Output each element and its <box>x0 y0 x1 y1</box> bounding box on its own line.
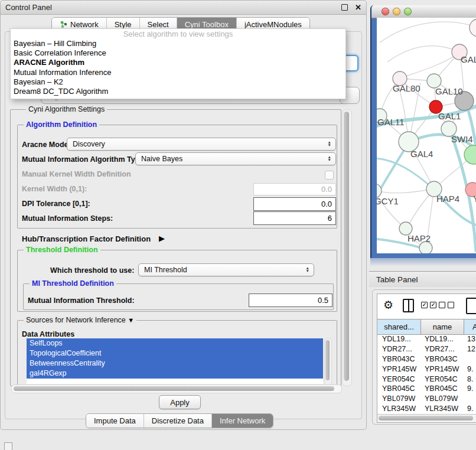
attribute-item[interactable]: SelfLoops <box>27 338 323 348</box>
algorithm-option[interactable]: Basic Correlation Inference <box>11 48 345 58</box>
aracne-mode-label: Aracne Mode: <box>22 141 71 149</box>
algorithm-definition-title: Algorithm Definition <box>24 120 99 129</box>
cyni-settings-title: Cyni Algorithm Settings <box>26 105 107 113</box>
hub-definition-label: Hub/Transcription Factor Definition <box>22 234 151 243</box>
minimize-window-icon[interactable] <box>393 8 400 15</box>
column-header-partial[interactable]: A <box>464 319 476 334</box>
mi-algorithm-type-select[interactable]: Naive Bayes ▲▼ <box>135 152 336 165</box>
label-gal1: GAL1 <box>438 111 461 121</box>
data-attributes-label: Data Attributes <box>22 330 74 338</box>
table-row[interactable]: YDR27...YDR27...12 <box>377 344 476 354</box>
network-view-window: GAL GAL80 GAL10 GAL1 GAL11 SWI4 GAL4 GCY… <box>370 5 476 258</box>
control-panel-title: Control Panel <box>5 3 52 12</box>
table-header-row: shared... name A <box>377 319 476 335</box>
collapse-down-icon[interactable]: ▼ <box>128 317 134 324</box>
network-graph: GAL GAL80 GAL10 GAL1 GAL11 SWI4 GAL4 GCY… <box>377 18 476 253</box>
algorithm-option-selected[interactable]: ARACNE Algorithm <box>11 58 345 67</box>
zoom-window-icon[interactable] <box>404 8 412 15</box>
unselect-all-columns-icon[interactable] <box>439 302 454 308</box>
algorithm-dropdown-list: Select algorithm to view settings Bayesi… <box>10 28 346 99</box>
mi-threshold-group-title: MI Threshold Definition <box>30 279 116 288</box>
tab-discretize-data[interactable]: Discretize Data <box>144 414 211 428</box>
algorithm-option[interactable]: Bayesian – K2 <box>11 77 345 87</box>
mi-steps-label: Mutual Information Steps: <box>22 214 113 223</box>
algorithm-dropdown-placeholder: Select algorithm to view settings <box>11 29 345 39</box>
table-settings-gear-icon[interactable]: ⚙ <box>383 298 393 311</box>
partial-corner-widget <box>4 442 12 450</box>
table-horizontal-scrollbar[interactable] <box>377 414 476 422</box>
stepper-icon: ▲▼ <box>306 267 309 272</box>
stepper-icon: ▲▼ <box>328 141 331 146</box>
label-gal4: GAL4 <box>410 149 433 159</box>
threshold-definition-title: Threshold Definition <box>24 246 100 254</box>
algorithm-option[interactable]: Dream8 DC_TDC Algorithm <box>11 87 345 96</box>
unchecked-box-icon <box>448 302 454 308</box>
checked-box-icon: ✓ <box>421 302 428 308</box>
network-canvas[interactable]: GAL GAL80 GAL10 GAL1 GAL11 SWI4 GAL4 GCY… <box>377 18 476 253</box>
node-partial-bottom[interactable] <box>419 242 432 253</box>
mi-threshold-label: Mutual Information Threshold: <box>28 296 135 305</box>
table-row[interactable]: YBR045CYBR045C9. <box>377 384 476 394</box>
apply-button[interactable]: Apply <box>159 395 201 409</box>
network-window-titlebar <box>371 5 476 18</box>
checked-box-icon: ✓ <box>430 302 436 308</box>
algorithm-option[interactable]: Mutual Information Inference <box>11 68 345 77</box>
application-background: Control Panel ✕ Network Style Select Cyn… <box>0 0 476 450</box>
mi-steps-field[interactable]: 6 <box>253 211 336 225</box>
manual-kernel-width-checkbox[interactable] <box>325 171 334 180</box>
mi-algorithm-type-label: Mutual Information Algorithm Type: <box>22 155 146 164</box>
table-row[interactable]: YBR043CYBR043C <box>377 354 476 364</box>
column-header-name[interactable]: name <box>421 319 464 334</box>
network-tab-icon <box>60 21 67 28</box>
label-gal10: GAL10 <box>435 86 463 96</box>
table-row[interactable]: YER054CYER054C8. <box>377 374 476 384</box>
stepper-icon: ▲▼ <box>328 156 331 161</box>
kernel-width-field[interactable]: 0.0 <box>253 183 336 195</box>
close-window-icon[interactable] <box>382 8 389 15</box>
network-window-shadow <box>370 258 476 266</box>
tab-infer-network[interactable]: Infer Network <box>211 414 273 428</box>
node-partial-top[interactable] <box>470 19 476 37</box>
expand-right-icon[interactable]: ▶ <box>159 234 165 243</box>
which-threshold-select[interactable]: MI Threshold ▲▼ <box>138 263 314 276</box>
close-icon[interactable]: ✕ <box>355 3 361 12</box>
unchecked-box-icon <box>439 302 445 308</box>
label-hap2: HAP2 <box>407 233 431 243</box>
bottom-tabbar: Impute Data Discretize Data Infer Networ… <box>86 413 273 428</box>
select-all-columns-icon[interactable]: ✓ ✓ <box>421 302 436 308</box>
label-hap4: HAP4 <box>436 194 459 204</box>
float-window-icon[interactable] <box>341 4 348 11</box>
attributes-scrollbar[interactable] <box>324 338 332 385</box>
label-gal80: GAL80 <box>393 83 420 93</box>
window-traffic-lights <box>382 8 412 15</box>
table-row[interactable]: YDL19...YDL19...13 <box>377 334 476 344</box>
settings-horizontal-scrollbar[interactable] <box>11 384 342 393</box>
kernel-width-label: Kernel Width (0,1): <box>22 185 87 193</box>
label-y-partial: Y <box>473 194 476 204</box>
table-panel-title: Table Panel <box>376 275 418 284</box>
column-header-shared-name[interactable]: shared... <box>377 319 421 334</box>
dpi-tolerance-label: DPI Tolerance [0,1]: <box>22 200 90 208</box>
table-row[interactable]: YLR345WYLR345W9. <box>377 404 476 414</box>
export-table-icon[interactable] <box>466 298 476 314</box>
attribute-item[interactable]: BetweennessCentrality <box>27 358 323 369</box>
control-panel-window: Control Panel ✕ Network Style Select Cyn… <box>0 0 367 430</box>
table-row[interactable]: YPR145WYPR145W9. <box>377 364 476 374</box>
aracne-mode-select[interactable]: Discovery ▲▼ <box>67 138 336 151</box>
show-columns-icon[interactable] <box>403 299 414 312</box>
label-swi4: SWI4 <box>451 134 473 144</box>
label-gcy1: GCY1 <box>377 196 399 206</box>
table-body: YDL19...YDL19...13 YDR27...YDR27...12 YB… <box>377 334 476 416</box>
attribute-item[interactable]: TopologicalCoefficient <box>27 348 323 358</box>
algorithm-option[interactable]: Bayesian – Hill Climbing <box>11 39 345 48</box>
dpi-tolerance-field[interactable]: 0.0 <box>253 197 336 211</box>
label-gal11: GAL11 <box>377 117 405 127</box>
table-panel: ⚙ ✓ ✓ shared... name A YDL19...YDL19...1… <box>372 289 476 425</box>
label-gal-partial: GAL <box>461 54 476 64</box>
table-row[interactable]: YBL079WYBL079W <box>377 394 476 404</box>
attribute-item[interactable]: gal4RGexp <box>27 369 323 379</box>
settings-vertical-scrollbar[interactable] <box>342 109 352 386</box>
tab-impute-data[interactable]: Impute Data <box>86 414 144 428</box>
mi-threshold-field[interactable]: 0.5 <box>249 294 332 307</box>
node-table: ⚙ ✓ ✓ shared... name A YDL19...YDL19...1… <box>377 294 476 423</box>
